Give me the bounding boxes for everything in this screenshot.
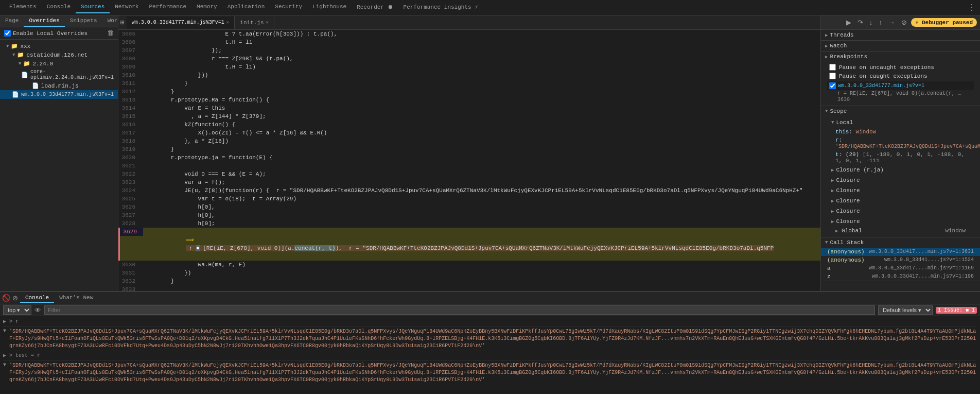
- enable-overrides-label[interactable]: Enable Local Overrides: [13, 30, 87, 37]
- callstack-a[interactable]: a wm.3.0.0_33d417....min.js?v=1:1169: [821, 264, 980, 272]
- resume-button[interactable]: ▶: [844, 18, 853, 27]
- nav-recorder[interactable]: Recorder ⏺: [352, 2, 398, 13]
- console-expand-icon-3[interactable]: ▶: [3, 352, 6, 358]
- tab-snippets[interactable]: Snippets: [65, 15, 102, 27]
- closure-rja-header[interactable]: ▶ Closure (r.ja): [827, 165, 974, 175]
- console-default-levels[interactable]: Default levels ▾: [878, 305, 933, 315]
- breakpoints-header[interactable]: ▶ Breakpoints: [821, 52, 980, 62]
- console-text-3: > test = r: [9, 352, 977, 359]
- tree-expand-xxx[interactable]: ▼: [6, 44, 9, 49]
- code-line-3617: 3617 X().oc(ZI) - T() <= a * Z[16] && E.…: [118, 129, 820, 137]
- threads-header[interactable]: ▶ Threads: [821, 30, 980, 40]
- tree-item-xxx[interactable]: ▼ 📁 xxx: [0, 42, 118, 50]
- step-button[interactable]: →: [886, 18, 897, 27]
- closure2-header[interactable]: ▶ Closure: [827, 185, 974, 196]
- nav-sources[interactable]: Sources: [76, 2, 110, 13]
- step-out-button[interactable]: ↑: [877, 18, 884, 27]
- console-tab-console[interactable]: Console: [20, 294, 54, 303]
- step-over-button[interactable]: ↷: [855, 18, 865, 27]
- code-line-3623: 3623 var a = f();: [118, 178, 820, 186]
- clear-overrides-icon[interactable]: 🗑: [107, 29, 114, 37]
- closure5-header[interactable]: ▶ Closure: [827, 216, 974, 227]
- console-eye-icon[interactable]: 👁: [34, 306, 41, 314]
- scope-section: ▼ Scope ▼ Local this: Window r: [821, 106, 980, 237]
- nav-application[interactable]: Application: [222, 2, 270, 13]
- breakpoint-enabled-checkbox[interactable]: [829, 82, 836, 89]
- tree-label-load: load.min.js: [41, 83, 79, 89]
- console-clear-button[interactable]: 🚫: [2, 294, 10, 302]
- editor-tab-init[interactable]: init.js ✕: [235, 16, 274, 29]
- closure1-header[interactable]: ▶ Closure: [827, 175, 974, 185]
- editor-tab-init-label: init.js: [240, 20, 264, 26]
- code-line-3616: 3616 kZ(function() {: [118, 121, 820, 129]
- callstack-anon1[interactable]: (anonymous) wm.3.0.0_33d417....min.js?v=…: [821, 248, 980, 256]
- console-filter-toolbar: top ▾ 👁 Default levels ▾ 1 Issue: ■ 1: [0, 304, 980, 316]
- code-line-3630: 3630 wa.H(ma, r, E): [118, 261, 820, 269]
- scope-global: ▶ Global Window: [827, 227, 974, 235]
- callstack-z[interactable]: z wm.3.0.0_33d417....min.js?v=1:198: [821, 272, 980, 281]
- code-line-3621: 3621: [118, 162, 820, 170]
- file-icon-load: 📄: [32, 82, 39, 89]
- console-filter-toggle[interactable]: ⊘: [12, 294, 18, 302]
- callstack-anon2[interactable]: (anonymous) wm.3.0.0_33d41....js?v=1:152…: [821, 256, 980, 264]
- code-line-3631: 3631 }): [118, 269, 820, 277]
- tree-expand-version[interactable]: ▼: [19, 61, 21, 66]
- code-line-3615: 3615 , a = Z[144] * Z[379];: [118, 112, 820, 121]
- console-entry-1: ▶ > r: [3, 317, 977, 327]
- enable-overrides-row: Enable Local Overrides 🗑: [0, 27, 118, 40]
- call-stack-label: Call Stack: [830, 239, 864, 246]
- console-level-select[interactable]: top ▾: [3, 305, 31, 315]
- tree-expand-cstatic[interactable]: ▼: [12, 53, 15, 58]
- tab-workspace[interactable]: Workspace: [102, 15, 118, 27]
- scope-header[interactable]: ▼ Scope: [821, 106, 980, 116]
- nav-console[interactable]: Console: [42, 2, 76, 13]
- deactivate-breakpoints-button[interactable]: ⊘: [899, 18, 909, 27]
- tab-overrides[interactable]: Overrides: [24, 15, 64, 27]
- call-stack-header[interactable]: ▼ Call Stack: [821, 237, 980, 248]
- pause-uncaught-checkbox[interactable]: [829, 64, 836, 71]
- closure4-header[interactable]: ▶ Closure: [827, 206, 974, 216]
- step-into-button[interactable]: ↓: [867, 18, 875, 27]
- close-tab-init-icon[interactable]: ✕: [266, 20, 269, 25]
- pause-caught-label[interactable]: Pause on caught exceptions: [839, 73, 927, 79]
- code-line-3609: 3609 t.H = l1): [118, 63, 820, 71]
- pause-uncaught-item: Pause on uncaught exceptions: [827, 63, 974, 72]
- console-panel: 🚫 ⊘ Console What's New top ▾ 👁 Default l…: [0, 291, 980, 394]
- code-line-3626: 3626 h[0],: [118, 203, 820, 211]
- close-tab-wm-icon[interactable]: ✕: [226, 20, 229, 25]
- watch-header[interactable]: ▶ Watch: [821, 41, 980, 51]
- pause-caught-checkbox[interactable]: [829, 73, 836, 79]
- console-expand-icon-1[interactable]: ▶: [3, 318, 6, 324]
- editor-tab-navigation[interactable]: ⊞: [120, 19, 125, 27]
- r-key: r: [835, 137, 839, 143]
- pause-uncaught-label[interactable]: Pause on uncaught exceptions: [839, 64, 934, 71]
- settings-icon[interactable]: ⋮: [968, 3, 976, 13]
- tree-item-load[interactable]: 📄 load.min.js: [0, 81, 118, 90]
- code-line-3613: 3613 r.prototype.Ra = function() {: [118, 96, 820, 104]
- tree-item-wm[interactable]: 📄 wm.3.0.0_33d41777.min.js%3Fv=1: [0, 90, 118, 99]
- nav-performance[interactable]: Performance: [144, 2, 191, 13]
- scope-label: Scope: [830, 108, 847, 114]
- editor-tab-wm[interactable]: wm.3.0.0_33d41777.min.js%3Fv=1 ✕: [127, 16, 235, 29]
- tree-item-core[interactable]: 📄 core-optimiv.2.24.0.min.js%3Fv=1: [0, 68, 118, 81]
- breakpoint-file-header[interactable]: wm.3.0.0_33d41777.min.js?v=1: [827, 81, 974, 90]
- nav-performance-insights[interactable]: Performance insights ⚡: [398, 2, 483, 13]
- console-expand-icon-2[interactable]: ▼: [3, 328, 6, 334]
- nav-network[interactable]: Network: [110, 2, 144, 13]
- nav-security[interactable]: Security: [270, 2, 307, 13]
- console-tab-whatsnew[interactable]: What's New: [54, 294, 98, 303]
- nav-lighthouse[interactable]: Lighthouse: [307, 2, 352, 13]
- closure3-header[interactable]: ▶ Closure: [827, 196, 974, 206]
- nav-elements[interactable]: Elements: [4, 2, 42, 13]
- local-header[interactable]: ▼ Local: [827, 117, 974, 128]
- file-icon-core: 📄: [21, 72, 28, 78]
- tab-page[interactable]: Page: [0, 15, 24, 27]
- console-expand-icon-4[interactable]: ▼: [3, 362, 6, 368]
- nav-memory[interactable]: Memory: [191, 2, 222, 13]
- watch-label: Watch: [830, 43, 847, 49]
- tree-item-version[interactable]: ▼ 📁 2.24.0: [0, 59, 118, 68]
- console-filter-input[interactable]: [44, 305, 875, 315]
- enable-overrides-checkbox[interactable]: [4, 30, 11, 37]
- closure1-label: Closure: [836, 177, 860, 183]
- tree-item-cstatic[interactable]: ▼ 📁 cstaticdum.126.net: [0, 50, 118, 59]
